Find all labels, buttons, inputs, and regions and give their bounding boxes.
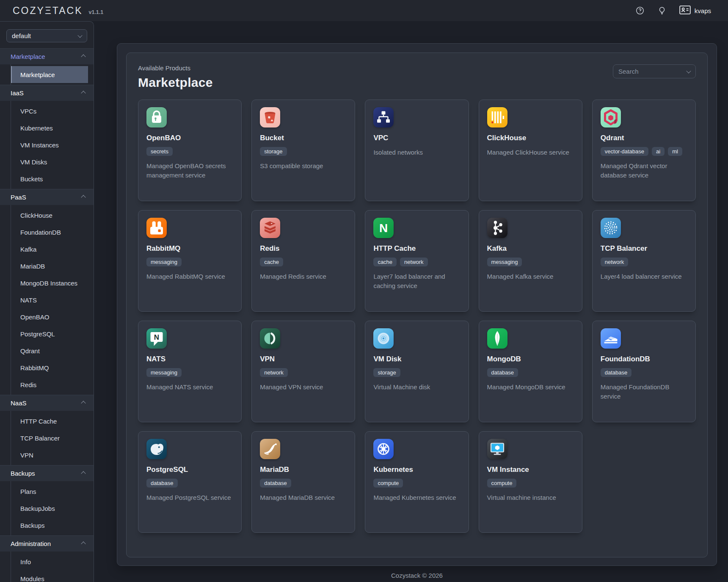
product-card-kubernetes[interactable]: Kubernetes compute Managed Kubernetes se… [365,431,469,533]
product-card-rabbitmq[interactable]: RabbitMQ messaging Managed RabbitMQ serv… [138,210,242,312]
product-description: Managed VPN service [260,382,347,392]
theme-toggle-bulb-icon[interactable] [657,6,667,15]
page-title: Marketplace [138,75,213,90]
sidebar-item-tcp-balancer[interactable]: TCP Balancer [11,430,88,446]
product-card-mongodb[interactable]: MongoDB database Managed MongoDB service [479,321,582,422]
product-card-clickhouse[interactable]: ClickHouse Managed ClickHouse service [479,100,582,201]
sidebar-item-foundationdb[interactable]: FoundationDB [11,224,88,241]
tag-badge: network [260,368,288,377]
tag-badge: ml [668,147,682,156]
sidebar-item-qdrant[interactable]: Qdrant [11,342,88,359]
sidebar-group: ClickHouse FoundationDB Kafka MariaDB Mo… [11,205,94,395]
sidebar-item-label: Marketplace [20,71,55,78]
sidebar-item-label: MariaDB [20,263,45,270]
user-menu[interactable]: kvaps [679,6,711,16]
product-title: PostgreSQL [146,466,233,474]
product-card-vpc[interactable]: VPC Isolated networks [365,100,469,201]
sidebar-section-administration[interactable]: Administration [0,535,94,552]
sidebar-item-rabbitmq[interactable]: RabbitMQ [11,359,88,376]
chevron-up-icon [81,471,85,476]
sidebar-item-label: VPCs [20,108,36,115]
tag-badge: messaging [146,368,182,377]
product-card-vpn[interactable]: VPN network Managed VPN service [251,321,355,422]
sidebar-item-kubernetes[interactable]: Kubernetes [11,119,88,136]
sidebar-item-mongodb-instances[interactable]: MongoDB Instances [11,274,88,291]
sidebar-item-label: Info [20,558,31,565]
sidebar-group: Info Modules [11,552,94,582]
product-description: Managed ClickHouse service [487,148,574,157]
product-card-qdrant[interactable]: Qdrant vector-databaseaiml Managed Qdran… [592,100,696,201]
product-card-openbao[interactable]: OpenBAO secrets Managed OpenBAO secrets … [138,100,242,201]
sidebar-item-vpn[interactable]: VPN [11,446,88,463]
sidebar-item-plans[interactable]: Plans [11,483,88,500]
product-description: Virtual machine instance [487,493,574,502]
sidebar-item-label: Plans [20,488,36,495]
sidebar-item-backups[interactable]: Backups [11,517,88,534]
sidebar-item-info[interactable]: Info [11,553,88,570]
sidebar-section-marketplace[interactable]: Marketplace [0,48,94,64]
search-input[interactable] [613,65,695,78]
product-card-bucket[interactable]: Bucket storage S3 compatible storage [251,100,355,201]
product-card-tcp-balancer[interactable]: TCP Balancer network Layer4 load balance… [592,210,696,312]
product-title: Kubernetes [373,466,460,474]
tag-badge: ai [652,147,665,156]
sidebar-item-postgresql[interactable]: PostgreSQL [11,325,88,342]
chevron-up-icon [81,195,85,200]
sidebar-item-label: FoundationDB [20,229,61,236]
sidebar-section-backups[interactable]: Backups [0,465,94,481]
sidebar-item-label: Qdrant [20,347,40,355]
clickhouse-icon [487,107,507,127]
sidebar-item-backupjobs[interactable]: BackupJobs [11,500,88,517]
nginx-icon: N [373,218,394,238]
product-title: Redis [260,244,347,253]
product-card-vm-disk[interactable]: VM Disk storage Virtual Machine disk [365,321,469,422]
sidebar-item-nats[interactable]: NATS [11,291,88,308]
product-card-vm-instance[interactable]: VM Instance compute Virtual machine inst… [479,431,582,533]
sidebar-item-marketplace[interactable]: Marketplace [11,66,88,83]
product-card-http-cache[interactable]: N HTTP Cache cachenetwork Layer7 load ba… [365,210,469,312]
svg-text:N: N [154,333,159,341]
tag-badge: cache [260,258,283,266]
tag-badge: secrets [146,147,173,156]
kubernetes-helm-icon [373,439,394,459]
namespace-select[interactable]: default [6,29,87,42]
panel-header: Available Products Marketplace [138,64,696,90]
sidebar-item-clickhouse[interactable]: ClickHouse [11,207,88,224]
sidebar-section-naas[interactable]: NaaS [0,395,94,411]
sidebar-item-mariadb[interactable]: MariaDB [11,258,88,274]
product-title: VPC [373,134,460,142]
sidebar-section-paas[interactable]: PaaS [0,189,94,205]
sidebar-item-label: HTTP Cache [20,418,57,425]
sidebar-item-http-cache[interactable]: HTTP Cache [11,413,88,430]
product-card-foundationdb[interactable]: FoundationDB database Managed Foundation… [592,321,696,422]
svg-text:N: N [379,222,388,235]
sidebar-item-redis[interactable]: Redis [11,376,88,393]
help-icon[interactable] [635,6,645,15]
sidebar-group: Marketplace [11,64,94,85]
sidebar-section-iaas[interactable]: IaaS [0,85,94,101]
sidebar-item-modules[interactable]: Modules [11,570,88,582]
product-title: OpenBAO [146,134,233,142]
sidebar-item-vm-instances[interactable]: VM Instances [11,136,88,153]
product-card-nats[interactable]: N NATS messaging Managed NATS service [138,321,242,422]
product-title: Bucket [260,134,347,142]
product-card-postgresql[interactable]: PostgreSQL database Managed PostgreSQL s… [138,431,242,533]
sidebar-item-vpcs[interactable]: VPCs [11,103,88,119]
product-card-mariadb[interactable]: MariaDB database Managed MariaDB service [251,431,355,533]
tag-badge: storage [373,368,400,377]
tag-badge: network [601,258,629,266]
nats-icon: N [146,328,167,349]
sidebar-item-vm-disks[interactable]: VM Disks [11,153,88,170]
product-description: Managed Kubernetes service [373,493,460,502]
product-card-kafka[interactable]: Kafka messaging Managed Kafka service [479,210,582,312]
product-tags: database [146,479,233,488]
tag-badge: vector-database [601,147,648,156]
sidebar-item-buckets[interactable]: Buckets [11,170,88,187]
sidebar-item-kafka[interactable]: Kafka [11,241,88,258]
search-box[interactable] [613,64,696,78]
chevron-down-icon [77,33,82,37]
product-card-redis[interactable]: Redis cache Managed Redis service [251,210,355,312]
product-description: Managed RabbitMQ service [146,272,233,281]
sidebar-item-openbao[interactable]: OpenBAO [11,308,88,325]
product-description: Layer7 load balancer and caching service [373,272,460,291]
